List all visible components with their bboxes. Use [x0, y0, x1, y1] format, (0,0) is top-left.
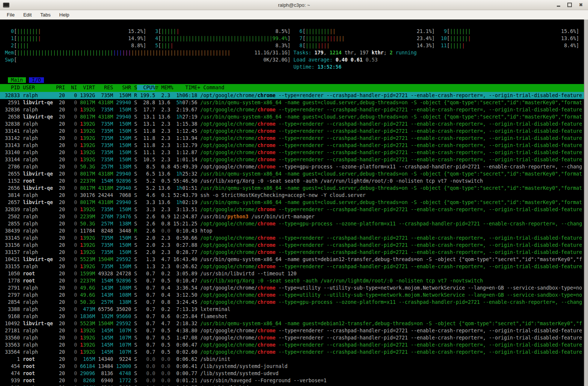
cpu-meter-4: |||||||||||||||||||||||||||||||||||||99.…	[161, 35, 287, 42]
cpu-meter-9: |||||||15.6%	[450, 28, 576, 35]
process-row[interactable]: 2797 ralph 20 0 49.6G 143M 108M S 0.7 0.…	[0, 291, 588, 299]
minimize-icon	[557, 6, 560, 7]
column-header-command[interactable]: Command	[204, 85, 225, 90]
process-row[interactable]: 33157 ralph 20 0 1392G 735M 150M S 2.0 2…	[0, 249, 588, 256]
process-row[interactable]: 2658 libvirt-qe 20 0 8017M 4318M 29940 S…	[0, 113, 588, 120]
minimize-button[interactable]	[556, 2, 561, 8]
swap-meter: 0K/32.0G	[17, 56, 287, 63]
tab-main[interactable]: Main	[8, 77, 26, 83]
process-row[interactable]: 33142 ralph 20 0 1392G 735M 150M S 11.8 …	[0, 135, 588, 142]
process-row[interactable]: 2854 ralph 20 0 50.3G 257M 138M S 0.7 0.…	[0, 299, 588, 306]
process-table-header: PID USER PRI NI VIRT RES SHR S CPU%▽ MEM…	[0, 84, 588, 92]
column-header-cpu%[interactable]: CPU%	[137, 85, 155, 90]
cpu-meter-5: ||||8.3%	[161, 42, 287, 49]
maximize-icon	[567, 3, 572, 7]
column-header-pid[interactable]: PID	[5, 85, 20, 90]
htop-tabs: Main I/O	[0, 77, 588, 84]
process-row[interactable]: 33145 ralph 20 0 1392G 735M 150M S 2.0 2…	[0, 234, 588, 242]
process-row[interactable]: 33156 ralph 20 0 1392G 735M 150M S 2.0 2…	[0, 242, 588, 249]
process-row[interactable]: 2655 libvirt-qe 20 0 8017M 4318M 29940 S…	[0, 170, 588, 177]
memory-meter: ||||||||||||||||||||||||||||||||||||||||…	[17, 49, 287, 56]
menu-item-help[interactable]: Help	[55, 11, 74, 19]
titlebar: ralph@c3po: ~ ✖	[0, 0, 588, 10]
process-row[interactable]: 3388 ralph 20 0 473M 65756 35020 S 0.7 0…	[0, 306, 588, 313]
process-row[interactable]: 2786 ralph 20 0 50.3G 257M 138M S 8.5 0.…	[0, 163, 588, 170]
cpu-meter-2: ||||8.8%	[17, 42, 143, 49]
tab-io[interactable]: I/O	[29, 77, 44, 83]
process-row[interactable]: 2657 libvirt-qe 20 0 8017M 4318M 29940 S…	[0, 199, 588, 206]
process-row[interactable]: 9168 ralph 20 0 1836M 192M 95660 S 0.7 0…	[0, 313, 588, 320]
column-header-time[interactable]: TIME+	[176, 85, 201, 90]
cpu-meter-10: |||||||13.6%	[450, 35, 576, 42]
process-row[interactable]: 10421 libvirt-qe 20 0 5523M 1504M 29592 …	[0, 256, 588, 263]
column-header-pri[interactable]: PRI	[56, 85, 65, 90]
process-row[interactable]: 1778 root 20 0 2237M 154M 92896 S 0.7 0.…	[0, 277, 588, 284]
cpu-meter-8: ||||||||14.3%	[306, 42, 432, 49]
cpu-meter-7: |||||||||||||23.4%	[306, 35, 432, 42]
process-row[interactable]: 2502 ralph 20 0 2239M 276M 73476 S 2.6 0…	[0, 213, 588, 220]
process-row[interactable]: 33560 ralph 20 0 1392G 145M 107M S 0.7 0…	[0, 334, 588, 341]
htop-header-meters: 0[||||||||15.2%] 3[||||||8.5%] 6[|||||||…	[0, 20, 588, 71]
swap-and-load-line: Swp[0K/32.0G] Load average: 0.40 0.61 0.…	[0, 56, 588, 63]
menu-item-file[interactable]: File	[3, 11, 19, 19]
process-row[interactable]: 27181 ralph 20 0 1392G 145M 107M S 0.7 0…	[0, 327, 588, 334]
process-row-selected[interactable]: 32833 ralph 20 0 1392G 735M 150M R 199.5…	[0, 92, 588, 99]
process-table: 32833 ralph 20 0 1392G 735M 150M R 199.5…	[0, 92, 588, 386]
scrollbar[interactable]	[584, 20, 588, 386]
process-row[interactable]: 1 root 20 0 165M 14340 9224 S 0.0 0.0 0:…	[0, 356, 588, 363]
cpu-meter-3: ||||||8.5%	[161, 28, 287, 35]
column-header-ni[interactable]: NI	[68, 85, 77, 90]
column-header-shr[interactable]: SHR	[116, 85, 131, 90]
process-row[interactable]: 454 root 20 0 66184 13484 12000 S 0.0 0.…	[0, 363, 588, 370]
cpu-meter-1: ||||||||14.9%	[17, 35, 143, 42]
terminal-content: 0[||||||||15.2%] 3[||||||8.5%] 6[|||||||…	[0, 20, 588, 386]
cpu-meter-6: ||||||||||21.1%	[306, 28, 432, 35]
process-row[interactable]: 33144 ralph 20 0 1392G 735M 150M S 10.5 …	[0, 156, 588, 163]
menubar: FileEditTabsHelp	[0, 10, 588, 20]
process-row[interactable]: 33140 ralph 20 0 1392G 735M 150M S 11.1 …	[0, 149, 588, 156]
process-row[interactable]: 32839 ralph 20 0 1392G 735M 150M S 3.3 2…	[0, 206, 588, 213]
scrollbar-thumb[interactable]	[585, 20, 588, 386]
cpu-meter-row: 0[||||||||15.2%] 3[||||||8.5%] 6[|||||||…	[0, 28, 588, 35]
process-row[interactable]: 2656 libvirt-qe 20 0 8017M 4318M 29940 S…	[0, 185, 588, 192]
process-row[interactable]: 32838 ralph 20 0 1392G 735M 150M S 13.1 …	[0, 120, 588, 128]
process-row[interactable]: 32836 ralph 20 0 1392G 735M 150M S 17.7 …	[0, 106, 588, 113]
process-row[interactable]: 474 root 20 0 29096 8136 4748 S 0.0 0.0 …	[0, 370, 588, 377]
column-header-user[interactable]: USER	[23, 85, 53, 90]
cpu-meter-row: 2[||||8.8%] 5[||||8.3%] 8[||||||||14.3%]…	[0, 42, 588, 49]
process-row[interactable]: 2855 ralph 20 0 50.3G 257M 138M S 2.6 0.…	[0, 220, 588, 227]
uptime-line: Uptime: 13:52:56	[0, 63, 588, 71]
process-row[interactable]: 3814 ralph 20 0 30176 24244 7068 S 4.6 0…	[0, 192, 588, 199]
process-row[interactable]: 33141 ralph 20 0 1392G 735M 150M S 11.8 …	[0, 128, 588, 135]
mem-and-tasks-line: Mem[||||||||||||||||||||||||||||||||||||…	[0, 49, 588, 56]
process-row[interactable]: 939 root 20 0 8268 6940 1772 S 0.0 0.0 0…	[0, 377, 588, 384]
process-row[interactable]: 33143 ralph 20 0 1392G 735M 150M S 11.8 …	[0, 142, 588, 149]
menu-item-tabs[interactable]: Tabs	[36, 11, 54, 19]
process-row[interactable]: 943 root 20 0 216M 6344 5460 S 0.0 0.0 0…	[0, 384, 588, 386]
close-button[interactable]: ✖	[578, 2, 583, 8]
cpu-meter-11: |||||8.4%	[450, 42, 576, 49]
cpu-meter-row: 1[||||||||14.9%] 4[|||||||||||||||||||||…	[0, 35, 588, 42]
process-row[interactable]: 33564 ralph 20 0 1392G 145M 107M S 0.7 0…	[0, 348, 588, 356]
process-row[interactable]: 1152 root 20 0 2237M 154M 92896 S 5.2 0.…	[0, 177, 588, 185]
close-icon: ✖	[579, 3, 583, 7]
column-header-mem[interactable]: MEM%	[161, 85, 173, 90]
process-row[interactable]: 2591 libvirt-qe 20 0 8017M 4318M 29940 S…	[0, 99, 588, 106]
process-row[interactable]: 38439 ralph 20 0 11784 8248 3448 R 2.6 0…	[0, 227, 588, 234]
maximize-button[interactable]	[567, 2, 572, 8]
window-title: ralph@c3po: ~	[0, 2, 588, 8]
process-row[interactable]: 33563 ralph 20 0 1392G 145M 107M S 0.7 0…	[0, 341, 588, 348]
menu-item-edit[interactable]: Edit	[19, 11, 36, 19]
process-row[interactable]: 1050 root 20 0 1599M 49328 24728 S 0.7 0…	[0, 270, 588, 277]
process-row[interactable]: 10492 libvirt-qe 20 0 5523M 1504M 29592 …	[0, 320, 588, 327]
process-row[interactable]: 33155 ralph 20 0 1392G 735M 150M S 1.3 2…	[0, 263, 588, 270]
cpu-meter-0: ||||||||15.2%	[17, 28, 143, 35]
column-header-res[interactable]: RES	[98, 85, 113, 90]
column-header-virt[interactable]: VIRT	[80, 85, 95, 90]
process-row[interactable]: 2791 ralph 20 0 49.6G 143M 108M S 0.7 0.…	[0, 284, 588, 291]
